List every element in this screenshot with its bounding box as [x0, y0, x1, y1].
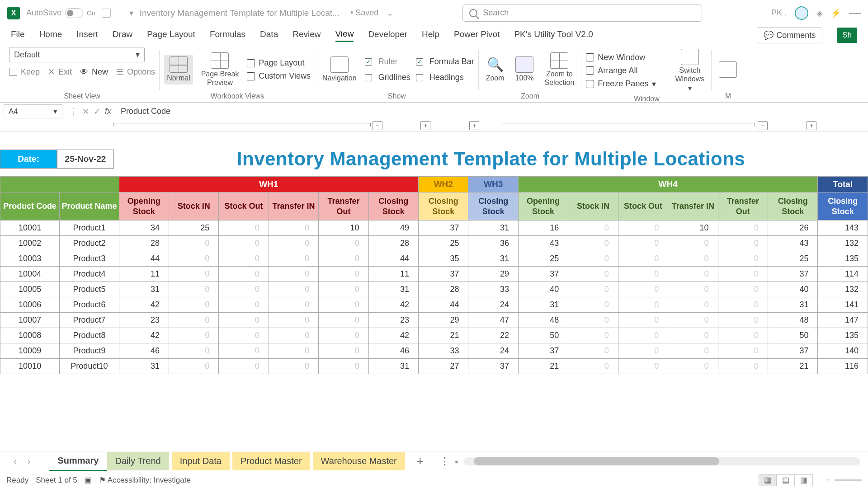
cell[interactable]: 0 — [319, 297, 368, 313]
cell[interactable]: 0 — [668, 359, 718, 374]
cell[interactable]: 46 — [368, 343, 418, 359]
cell[interactable]: 37 — [518, 267, 568, 282]
sheet-tab-input-data[interactable]: Input Data — [172, 452, 230, 470]
cell[interactable]: 0 — [718, 297, 768, 313]
cell[interactable]: 0 — [219, 328, 269, 343]
scrollbar-thumb[interactable] — [474, 457, 719, 465]
cell[interactable]: 0 — [169, 236, 218, 251]
sheet-tab-warehouse-master[interactable]: Warehouse Master — [313, 452, 405, 470]
cell[interactable]: 22 — [468, 328, 518, 343]
cell[interactable]: 0 — [618, 359, 668, 374]
cell[interactable]: 50 — [768, 328, 818, 343]
freeze-panes-button[interactable]: Freeze Panes ▾ — [586, 79, 656, 89]
new-button[interactable]: 👁New — [80, 67, 108, 77]
cell[interactable]: 0 — [568, 221, 618, 236]
cell[interactable]: 0 — [718, 251, 768, 267]
outline-expand-button[interactable]: + — [420, 121, 430, 130]
cell[interactable]: 0 — [718, 328, 768, 343]
cell[interactable]: 47 — [468, 313, 518, 328]
cancel-icon[interactable]: ✕ — [82, 107, 89, 117]
switch-windows-button[interactable]: Switch Windows ▾ — [672, 47, 707, 95]
qat-dropdown-icon[interactable]: ▾ — [129, 8, 133, 18]
cell[interactable]: 28 — [419, 282, 468, 297]
cell[interactable]: 25 — [768, 251, 818, 267]
tab-page-layout[interactable]: Page Layout — [147, 29, 195, 41]
document-title[interactable]: Inventory Management Template for Multip… — [140, 8, 340, 18]
sheet-tab-product-master[interactable]: Product Master — [232, 452, 310, 470]
cell[interactable]: 42 — [368, 297, 418, 313]
cell[interactable]: 0 — [718, 282, 768, 297]
cell[interactable]: 0 — [568, 313, 618, 328]
cell[interactable]: Product1 — [60, 221, 119, 236]
cell[interactable]: 28 — [368, 236, 418, 251]
cell[interactable]: 0 — [668, 328, 718, 343]
cell[interactable]: 21 — [419, 328, 468, 343]
cell[interactable]: 0 — [618, 297, 668, 313]
tab-draw[interactable]: Draw — [113, 29, 132, 41]
fx-icon[interactable]: fx — [105, 107, 111, 117]
table-row[interactable]: 10005Product531000031283340000040132 — [0, 282, 868, 297]
enter-icon[interactable]: ✓ — [94, 107, 100, 117]
cell[interactable]: 0 — [718, 359, 768, 374]
table-row[interactable]: 10008Product842000042212250000050135 — [0, 328, 868, 343]
cell[interactable]: 37 — [518, 343, 568, 359]
cell[interactable]: Product10 — [60, 359, 119, 374]
cell[interactable]: 0 — [568, 328, 618, 343]
cell[interactable]: 0 — [668, 236, 718, 251]
tab-nav-prev[interactable]: ‹ — [8, 456, 22, 466]
cell[interactable]: 37 — [768, 267, 818, 282]
cell[interactable]: 0 — [718, 267, 768, 282]
cell[interactable]: 0 — [169, 343, 218, 359]
table-row[interactable]: 10007Product723000023294748000048147 — [0, 313, 868, 328]
cell[interactable]: 0 — [219, 236, 269, 251]
cell[interactable]: 40 — [518, 282, 568, 297]
cell[interactable]: 42 — [119, 297, 169, 313]
cell[interactable]: 48 — [518, 313, 568, 328]
cell[interactable]: 37 — [419, 221, 468, 236]
tab-nav-next[interactable]: › — [22, 456, 36, 466]
sheet-tab-daily-trend[interactable]: Daily Trend — [107, 452, 169, 470]
custom-views-button[interactable]: Custom Views — [247, 71, 311, 81]
cell[interactable]: 0 — [269, 297, 318, 313]
cell[interactable]: 10004 — [0, 267, 60, 282]
cell[interactable]: 0 — [618, 313, 668, 328]
autosave-toggle[interactable]: AutoSave On — [26, 8, 95, 18]
cell[interactable]: 0 — [219, 313, 269, 328]
cell[interactable]: 25 — [419, 236, 468, 251]
cell[interactable]: 132 — [818, 282, 868, 297]
plug-icon[interactable]: ⚡ — [831, 8, 841, 18]
cell[interactable]: 0 — [169, 359, 218, 374]
cell[interactable]: 26 — [768, 221, 818, 236]
table-row[interactable]: 10004Product411000011372937000037114 — [0, 267, 868, 282]
tab-menu-button[interactable]: ⋮ — [440, 455, 450, 467]
cell[interactable]: 10010 — [0, 359, 60, 374]
search-input[interactable]: Search — [462, 5, 702, 22]
cell[interactable]: 10002 — [0, 236, 60, 251]
cell[interactable]: Product9 — [60, 343, 119, 359]
cell[interactable]: 0 — [269, 328, 318, 343]
cell[interactable]: 50 — [518, 328, 568, 343]
cell[interactable]: 0 — [219, 359, 269, 374]
cell[interactable]: 33 — [468, 282, 518, 297]
cell[interactable]: 114 — [818, 267, 868, 282]
cell[interactable]: 0 — [269, 221, 318, 236]
cell[interactable]: 0 — [269, 267, 318, 282]
tab-file[interactable]: File — [11, 29, 25, 41]
tab-formulas[interactable]: Formulas — [210, 29, 245, 41]
cell[interactable]: 0 — [568, 297, 618, 313]
cell[interactable]: 0 — [618, 251, 668, 267]
table-row[interactable]: 10006Product642000042442431000031141 — [0, 297, 868, 313]
cell[interactable]: 44 — [119, 251, 169, 267]
tab-power-pivot[interactable]: Power Pivot — [454, 29, 500, 41]
cell[interactable]: 0 — [668, 282, 718, 297]
cell[interactable]: 0 — [668, 251, 718, 267]
accessibility-status[interactable]: ⚑ Accessibility: Investigate — [99, 475, 191, 485]
cell[interactable]: 0 — [269, 236, 318, 251]
cell[interactable]: 10007 — [0, 313, 60, 328]
table-row[interactable]: 10002Product228000028253643000043132 — [0, 236, 868, 251]
new-window-button[interactable]: New Window — [586, 53, 645, 62]
cell[interactable]: 0 — [568, 359, 618, 374]
cell[interactable]: 135 — [818, 328, 868, 343]
cell[interactable]: 31 — [468, 221, 518, 236]
cell[interactable]: 132 — [818, 236, 868, 251]
